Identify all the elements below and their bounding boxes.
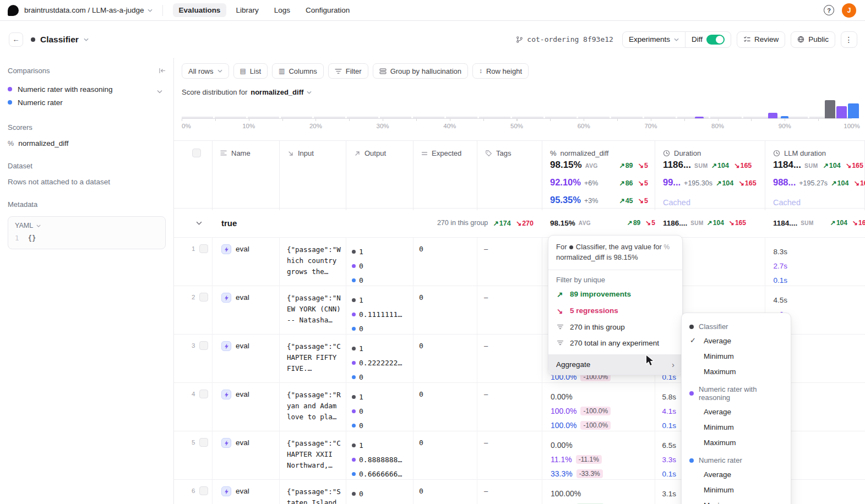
group-improvements[interactable]: 174 xyxy=(493,219,510,227)
submenu-option-minimum[interactable]: Minimum xyxy=(682,420,791,435)
tags-cell[interactable]: – xyxy=(477,238,542,286)
metadata-format-dropdown[interactable]: YAML xyxy=(8,217,165,232)
input-cell[interactable]: {"passage":"C HAPTER XXII Northward,… xyxy=(280,431,346,479)
more-options-button[interactable]: ⋮ xyxy=(841,31,857,48)
expected-cell[interactable]: 0 xyxy=(414,335,477,382)
column-header-name[interactable]: Name xyxy=(213,141,279,157)
submenu-option-maximum[interactable]: Maximum xyxy=(682,364,791,380)
input-cell[interactable]: {"passage":"R yan and Adam love to pla… xyxy=(280,383,346,431)
column-header-input[interactable]: Input xyxy=(280,141,346,157)
duration-summary-numeric-rater-reasoning[interactable]: 99... +195.30s 104165 xyxy=(655,175,765,193)
row-height-button[interactable]: ↕ Row height xyxy=(472,63,529,79)
menu-item-improvements[interactable]: 89 improvements xyxy=(548,286,682,303)
score-cell[interactable]: 0.00% 100.0%-100.0% 100.0%-100.0% xyxy=(542,383,655,431)
row-checkbox[interactable] xyxy=(199,341,208,350)
group-expand-chevron-icon[interactable] xyxy=(196,221,202,225)
tags-cell[interactable]: – xyxy=(477,431,542,479)
llm-duration-summary-numeric-rater-reasoning[interactable]: 988... +195.27s 104165 xyxy=(765,175,864,193)
rows-filter-dropdown[interactable]: All rows xyxy=(182,63,229,79)
score-summary-numeric-rater[interactable]: 95.35% +3% 455 xyxy=(542,193,655,210)
output-cell[interactable]: 1 0 0 xyxy=(346,238,414,286)
menu-item-in-this-group[interactable]: 270 in this group xyxy=(548,319,682,335)
submenu-option-minimum[interactable]: Minimum xyxy=(682,349,791,364)
submenu-option-maximum[interactable]: Maximum xyxy=(682,498,791,504)
menu-item-aggregate[interactable]: Aggregate › xyxy=(548,354,682,375)
tags-cell[interactable]: – xyxy=(477,480,542,504)
git-branch-info[interactable]: cot-ordering 8f93e12 xyxy=(516,35,613,43)
column-header-llm-duration[interactable]: LLM duration xyxy=(765,141,864,157)
tab-logs[interactable]: Logs xyxy=(268,3,296,17)
expected-cell[interactable]: 0 xyxy=(414,480,477,504)
row-checkbox[interactable] xyxy=(199,390,208,398)
input-cell[interactable]: {"passage":"S taten Island xyxy=(280,480,346,504)
select-all-checkbox[interactable] xyxy=(192,149,201,157)
submenu-option-maximum[interactable]: Maximum xyxy=(682,435,791,451)
review-button[interactable]: Review xyxy=(737,31,785,48)
tags-cell[interactable]: – xyxy=(477,335,542,382)
output-cell[interactable]: 1 0 0 xyxy=(346,383,414,431)
llm-duration-cell[interactable]: 8.3s 2.7s 0.1s xyxy=(765,238,865,286)
score-summary-numeric-rater-reasoning[interactable]: 92.10% +6% 865 xyxy=(542,175,655,193)
input-cell[interactable]: {"passage":"W hich country grows the… xyxy=(280,238,346,286)
score-cell[interactable]: 0.00% 11.1%-11.1% 33.3%-33.3% xyxy=(542,431,655,479)
comparisons-chevron-icon[interactable] xyxy=(157,90,162,94)
expected-cell[interactable]: 0 xyxy=(414,238,477,286)
output-cell[interactable]: 1 0.1111111… 0 xyxy=(346,286,414,334)
columns-button[interactable]: ▥ Columns xyxy=(272,63,324,79)
column-header-tags[interactable]: Tags xyxy=(477,141,542,157)
tab-configuration[interactable]: Configuration xyxy=(300,3,356,17)
column-header-normalized-diff[interactable]: % normalized_diff xyxy=(542,141,655,157)
llm-duration-summary-classifier[interactable]: 1184... SUM 104165 xyxy=(765,157,864,175)
table-row[interactable]: 1 eval {"passage":"W hich country grows … xyxy=(174,238,865,286)
tags-cell[interactable]: – xyxy=(477,286,542,334)
expected-cell[interactable]: 0 xyxy=(414,431,477,479)
diff-toggle[interactable] xyxy=(706,35,725,45)
score-distribution-dropdown[interactable]: Score distribution for normalized_diff xyxy=(174,79,865,96)
filter-button[interactable]: Filter xyxy=(328,63,368,79)
group-regressions[interactable]: 270 xyxy=(516,219,534,227)
submenu-option-minimum[interactable]: Minimum xyxy=(682,483,791,498)
comparison-item-numeric-rater[interactable]: Numeric rater xyxy=(8,96,166,109)
metadata-code[interactable]: 1 {} xyxy=(8,232,165,249)
group-by-button[interactable]: Group by hallucination xyxy=(373,63,468,79)
menu-item-regressions[interactable]: 5 regressions xyxy=(548,303,682,319)
row-checkbox[interactable] xyxy=(199,486,208,495)
output-cell[interactable]: 1 0.2222222… 0 xyxy=(346,335,414,382)
experiments-dropdown[interactable]: Experiments xyxy=(623,32,685,47)
collapse-sidebar-icon[interactable] xyxy=(159,68,166,74)
row-checkbox[interactable] xyxy=(199,293,208,302)
column-header-expected[interactable]: Expected xyxy=(414,141,477,157)
back-button[interactable]: ← xyxy=(9,32,23,47)
submenu-option-average[interactable]: Average xyxy=(682,404,791,420)
help-icon[interactable]: ? xyxy=(824,5,834,15)
row-checkbox[interactable] xyxy=(199,438,208,447)
score-distribution-chart[interactable]: 0%10%20%30%40%50%60%70%80%90%100% xyxy=(182,98,852,131)
input-cell[interactable]: {"passage":"N EW YORK (CNN) -- Natasha… xyxy=(280,286,346,334)
tags-cell[interactable]: – xyxy=(477,383,542,431)
duration-summary-classifier[interactable]: 1186... SUM 104165 xyxy=(655,157,765,175)
score-cell[interactable]: 100.00% 88.9%+11.1% xyxy=(542,480,655,504)
diff-toggle-segment[interactable]: Diff xyxy=(685,32,731,47)
experiment-title-dropdown[interactable]: Classifier xyxy=(31,35,89,45)
avatar[interactable]: J xyxy=(842,3,856,18)
column-header-output[interactable]: Output xyxy=(346,141,413,157)
submenu-option-average[interactable]: Average xyxy=(682,467,791,483)
public-button[interactable]: Public xyxy=(791,31,835,48)
braintrust-logo-icon[interactable] xyxy=(8,5,19,16)
submenu-option-average[interactable]: ✓ Average xyxy=(682,333,791,349)
expected-cell[interactable]: 0 xyxy=(414,286,477,334)
group-score-stat[interactable]: 98.15% AVG 895 xyxy=(542,209,655,237)
output-cell[interactable]: 0 0.1111111 xyxy=(346,480,414,504)
input-cell[interactable]: {"passage":"C HAPTER FIFTY FIVE.… xyxy=(280,335,346,382)
comparison-item-numeric-rater-with-reasoning[interactable]: Numeric rater with reasoning xyxy=(8,83,166,96)
tab-library[interactable]: Library xyxy=(230,3,264,17)
breadcrumb[interactable]: braintrustdata.com / LLM-as-a-judge xyxy=(24,6,153,14)
row-checkbox[interactable] xyxy=(199,244,208,253)
list-view-button[interactable]: ▤ List xyxy=(233,63,268,79)
group-row-true[interactable]: true 270 in this group 174 270 98.15% AV… xyxy=(174,209,865,238)
output-cell[interactable]: 1 0.8888888… 0.6666666… xyxy=(346,431,414,479)
tab-evaluations[interactable]: Evaluations xyxy=(173,3,227,17)
menu-item-total-any-experiment[interactable]: 270 total in any experiment xyxy=(548,335,682,351)
expected-cell[interactable]: 0 xyxy=(414,383,477,431)
score-summary-classifier[interactable]: 98.15% AVG 895 xyxy=(542,157,655,175)
